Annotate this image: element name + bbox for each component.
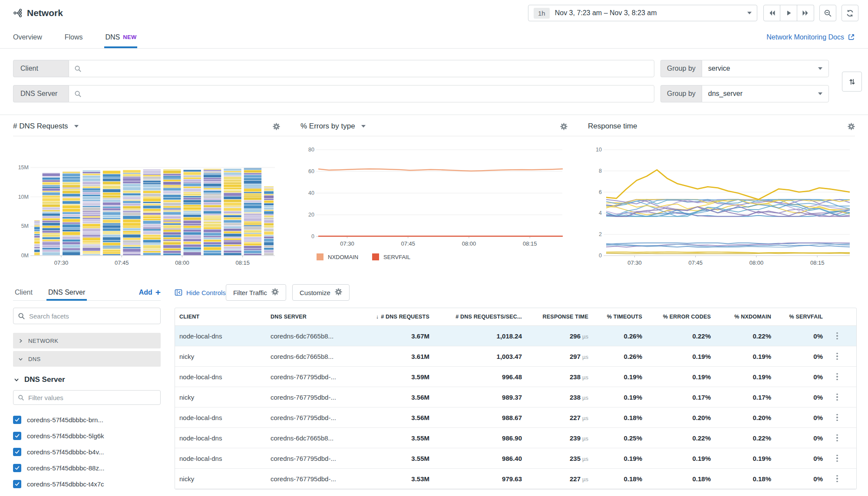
filter-values-input[interactable] (28, 394, 156, 401)
cell-timeouts: 0.26% (593, 353, 647, 360)
table-row[interactable]: node-local-dnscoredns-767795dbd-...3.59M… (175, 367, 856, 387)
facet-group-dns[interactable]: DNS (13, 351, 161, 367)
chevron-down-icon (818, 92, 822, 95)
search-facets-input[interactable] (29, 312, 156, 320)
column-header--nxdomain[interactable]: % NXDOMAIN (715, 308, 776, 325)
table-row[interactable]: node-local-dnscoredns-6dc7665b8...3.55M9… (175, 428, 856, 448)
cell-response-time: 296µs (526, 332, 593, 340)
cell-dns-server: coredns-767795dbd-... (266, 475, 361, 483)
facet-value-checkbox-row[interactable]: coredns-57f45dbbbc-t4x7c (13, 476, 161, 492)
table-row[interactable]: nickycoredns-6dc7665b8...3.61M1,003.4729… (175, 346, 856, 367)
tab-dns[interactable]: DNS NEW (105, 26, 136, 48)
table-controls-row: Hide Controls Filter Traffic Customize (175, 284, 857, 301)
column-header-response-time[interactable]: RESPONSE TIME (526, 308, 593, 325)
table-row[interactable]: nickycoredns-767795dbd-...3.53M979.63227… (175, 469, 856, 489)
plus-icon: + (155, 288, 161, 297)
time-backward-button[interactable] (763, 5, 780, 21)
time-play-button[interactable] (780, 5, 797, 21)
client-groupby: Group by service (660, 60, 829, 77)
table-row[interactable]: node-local-dnscoredns-6dc7665b8...3.67M1… (175, 326, 856, 346)
table-row[interactable]: node-local-dnscoredns-767795dbd-...3.56M… (175, 407, 856, 428)
facet-value-label: coredns-57f45dbbbc-b4v... (27, 448, 104, 456)
column-header--servfail[interactable]: % SERVFAIL (776, 308, 827, 325)
customize-button[interactable]: Customize (292, 284, 350, 301)
facet-tab-client[interactable]: Client (13, 284, 34, 300)
collapse-panel-icon (175, 289, 182, 296)
facet-group-network[interactable]: NETWORK (13, 333, 161, 348)
client-groupby-select[interactable]: service (702, 60, 829, 77)
legend-item-nxdomain[interactable]: NXDOMAIN (317, 253, 358, 260)
swap-filters-button[interactable] (842, 72, 862, 92)
gear-icon (271, 288, 279, 297)
row-menu-kebab-icon[interactable] (834, 473, 841, 485)
row-menu-kebab-icon[interactable] (834, 411, 841, 424)
dns-requests-chart-title[interactable]: # DNS Requests (13, 122, 68, 131)
checkbox-checked[interactable] (13, 464, 21, 472)
facet-dns-server-header[interactable]: DNS Server (13, 375, 161, 384)
dns-requests-bar-chart: 0M5M10M15M07:3007:4508:0008:15 (13, 140, 280, 276)
row-menu-kebab-icon[interactable] (834, 432, 841, 444)
svg-text:07:30: 07:30 (340, 240, 354, 247)
legend-item-servfail[interactable]: SERVFAIL (372, 253, 410, 260)
chevron-down-icon (818, 67, 822, 70)
checkbox-checked[interactable] (13, 480, 21, 488)
checkbox-checked[interactable] (13, 416, 21, 424)
cell-client: nicky (175, 475, 266, 483)
row-menu-kebab-icon[interactable] (834, 371, 841, 383)
facet-value-checkbox-row[interactable]: coredns-57f45dbbbc-5lg6k (13, 428, 161, 444)
row-menu-kebab-icon[interactable] (834, 330, 841, 342)
rewind-icon (769, 10, 776, 16)
filter-traffic-button[interactable]: Filter Traffic (226, 284, 286, 301)
nxdomain-swatch (317, 253, 323, 260)
facet-value-list: coredns-57f45dbbbc-brn...coredns-57f45db… (13, 412, 161, 492)
facet-tab-dns-server[interactable]: DNS Server (46, 284, 87, 300)
errors-chart-title[interactable]: % Errors by type (300, 122, 355, 131)
cell-timeouts: 0.26% (593, 332, 647, 340)
cell-servfail: 0% (776, 332, 827, 340)
tab-overview[interactable]: Overview (13, 26, 42, 48)
refresh-button[interactable] (842, 5, 858, 21)
hide-controls-button[interactable]: Hide Controls (175, 289, 226, 296)
row-menu-kebab-icon[interactable] (834, 452, 841, 465)
facet-value-checkbox-row[interactable]: coredns-57f45dbbbc-brn... (13, 412, 161, 428)
cell-error-codes: 0.18% (647, 475, 715, 483)
docs-link[interactable]: Network Monitoring Docs (766, 33, 855, 41)
column-header--dns-requests-sec-[interactable]: # DNS REQUESTS/SEC... (434, 308, 526, 325)
cell-response-time: 239µs (526, 434, 593, 442)
dns-server-groupby-select[interactable]: dns_server (702, 85, 829, 102)
chevron-down-icon[interactable] (74, 125, 79, 128)
column-header--timeouts[interactable]: % TIMEOUTS (593, 308, 647, 325)
facet-value-checkbox-row[interactable]: coredns-57f45dbbbc-88z... (13, 460, 161, 476)
gear-icon[interactable] (273, 123, 280, 130)
checkbox-checked[interactable] (13, 432, 21, 440)
facet-value-checkbox-row[interactable]: coredns-57f45dbbbc-b4v... (13, 444, 161, 460)
table-row[interactable]: node-local-dnscoredns-767795dbd-...3.55M… (175, 448, 856, 469)
column-header-client[interactable]: CLIENT (175, 308, 266, 325)
client-search-input[interactable] (85, 65, 649, 72)
checkbox-checked[interactable] (13, 448, 21, 456)
swap-arrows-icon (848, 78, 856, 86)
time-nav-buttons (763, 5, 814, 21)
row-menu-kebab-icon[interactable] (834, 391, 841, 404)
chevron-down-icon[interactable] (361, 125, 366, 128)
gear-icon[interactable] (560, 123, 568, 130)
svg-text:8: 8 (599, 168, 602, 174)
gear-icon[interactable] (848, 123, 855, 130)
cell-requests: 3.55M (361, 434, 434, 442)
row-menu-kebab-icon[interactable] (834, 350, 841, 363)
cell-response-time: 235µs (526, 455, 593, 462)
tab-flows[interactable]: Flows (65, 26, 83, 48)
time-range-picker[interactable]: 1h Nov 3, 7:23 am – Nov 3, 8:23 am (528, 5, 757, 21)
column-header--dns-requests[interactable]: ↓# DNS REQUESTS (361, 308, 434, 325)
cell-client: node-local-dns (175, 414, 266, 421)
add-facet-button[interactable]: Add+ (139, 288, 161, 297)
column-header-dns-server[interactable]: DNS SERVER (266, 308, 361, 325)
time-forward-button[interactable] (797, 5, 814, 21)
dns-server-search-input[interactable] (85, 90, 649, 98)
dns-server-filter-row: DNS Server Group by dns_server (13, 85, 829, 102)
table-row[interactable]: nickycoredns-767795dbd-...3.56M989.37238… (175, 387, 856, 407)
facet-value-label: coredns-57f45dbbbc-t4x7c (27, 480, 104, 488)
zoom-out-button[interactable] (819, 5, 836, 21)
column-header--error-codes[interactable]: % ERROR CODES (647, 308, 715, 325)
gear-icon (335, 288, 342, 297)
